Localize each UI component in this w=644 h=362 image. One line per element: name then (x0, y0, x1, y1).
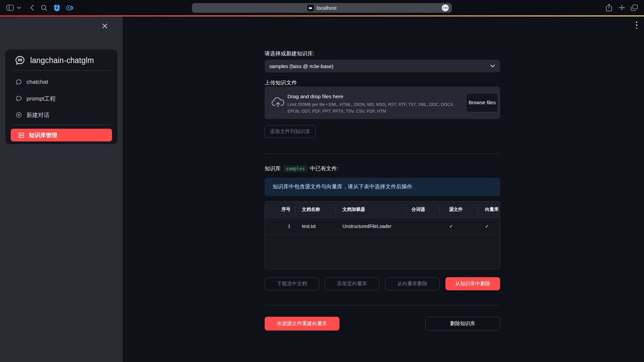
kb-files-prefix: 知识库 (265, 165, 281, 172)
kb-name-code: samples (283, 165, 308, 172)
chat-bubble-icon (15, 95, 22, 102)
site-favicon (307, 5, 314, 11)
delete-from-kb-button[interactable]: 从知识库中删除 (445, 277, 500, 290)
sidebar-item-label: 知识库管理 (29, 131, 57, 139)
kb-select-label: 请选择或新建知识库: (265, 50, 314, 57)
col-header-splitter[interactable]: 分词器 (406, 201, 439, 218)
cell-name[interactable]: test.txt (295, 218, 335, 234)
add-to-vector-store-button[interactable]: 添加至向量库 (325, 277, 379, 290)
table-row: 1 test.txt UnstructuredFileLoader ✓ ✓ (265, 218, 500, 235)
kb-select[interactable]: samples (faiss @ m3e-base) (265, 60, 500, 72)
address-bar[interactable]: localhost (192, 3, 452, 13)
kb-files-suffix: 中已有文件: (310, 165, 338, 172)
app-title-row: 99 langchain-chatglm (15, 55, 94, 66)
dropzone-title: Drag and drop files here (287, 94, 343, 100)
upload-label: 上传知识文件 (265, 79, 297, 86)
delete-from-vector-store-button[interactable]: 从向量库删除 (385, 277, 440, 290)
sidebar-item-label: 新建对话 (26, 111, 49, 119)
new-tab-icon[interactable] (618, 0, 626, 15)
sidebar-item-prompt[interactable]: prompt工程 (15, 94, 56, 104)
sidebar-item-kb-management[interactable]: 知识库管理 (11, 129, 112, 141)
add-files-button[interactable]: 添加文件到知识库 (265, 125, 316, 138)
kb-select-value: samples (faiss @ m3e-base) (269, 63, 490, 69)
dropzone-hint: Limit 200MB per file • EML, HTML, JSON, … (287, 102, 467, 115)
delete-kb-action-button[interactable]: 删除知识库 (425, 317, 500, 330)
close-icon[interactable] (100, 21, 109, 30)
col-header-vector[interactable]: 向量库 (478, 201, 500, 218)
sidebar: 99 langchain-chatglm chatchat prompt工程 新… (0, 16, 123, 362)
url-more-icon[interactable] (442, 4, 449, 11)
extension-broadcast-icon[interactable] (65, 0, 74, 15)
divider (265, 305, 500, 305)
hdd-stack-icon (18, 132, 24, 138)
table-header: 序号 文档名称 文档加载器 分词器 源文件 向量库 (265, 201, 500, 218)
sidebar-item-label: prompt工程 (26, 95, 56, 103)
toolbar-chevron-down-icon[interactable] (16, 0, 21, 15)
file-dropzone[interactable]: Drag and drop files here Limit 200MB per… (265, 86, 500, 119)
sidebar-item-new-dialog[interactable]: 新建对话 (15, 110, 49, 120)
divider (265, 154, 500, 154)
nav-card: 99 langchain-chatglm chatchat prompt工程 新… (5, 50, 117, 144)
extension-badge-icon[interactable] (53, 0, 61, 15)
cell-loader[interactable]: UnstructuredFileLoader (335, 218, 406, 234)
cell-index[interactable]: 1 (265, 218, 295, 234)
browser-toolbar: localhost (0, 0, 644, 15)
browse-files-button[interactable]: Browse files (466, 93, 498, 112)
search-icon[interactable] (40, 0, 48, 15)
col-header-loader[interactable]: 文档加载器 (335, 201, 406, 218)
sidebar-item-label: chatchat (26, 79, 48, 85)
kebab-menu-icon[interactable] (634, 21, 639, 29)
col-header-source[interactable]: 源文件 (439, 201, 478, 218)
rebuild-vector-store-button[interactable]: 依据源文件重建向量库 (265, 317, 339, 330)
cloud-upload-icon (271, 96, 285, 108)
col-header-index[interactable]: 序号 (265, 201, 295, 218)
cell-source-check[interactable]: ✓ (439, 218, 478, 234)
app-title: langchain-chatglm (30, 56, 94, 65)
divider (12, 125, 111, 125)
kb-files-table: 序号 文档名称 文档加载器 分词器 源文件 向量库 1 test.txt Uns… (265, 201, 500, 269)
col-header-name[interactable]: 文档名称 (295, 201, 335, 218)
sidebar-item-chatchat[interactable]: chatchat (15, 77, 48, 87)
download-selected-button[interactable]: 下载选中文档 (265, 277, 319, 290)
sidebar-toggle-icon[interactable] (5, 0, 15, 15)
share-icon[interactable] (605, 0, 613, 15)
svg-text:99: 99 (18, 58, 22, 62)
address-text: localhost (317, 5, 336, 11)
chevron-down-icon (490, 65, 495, 67)
tab-overview-icon[interactable] (630, 0, 639, 15)
info-banner: 知识库中包含源文件与向量库，请从下表中选择文件后操作 (265, 178, 500, 196)
chat-bubble-icon (15, 79, 22, 85)
cell-splitter[interactable] (406, 218, 439, 234)
kb-files-line: 知识库 samples 中已有文件: (265, 165, 338, 173)
chat-quote-icon: 99 (15, 55, 25, 66)
cell-vector-check[interactable]: ✓ (478, 218, 500, 234)
plus-circle-icon (15, 112, 22, 118)
back-icon[interactable] (29, 0, 35, 15)
divider (12, 70, 111, 71)
